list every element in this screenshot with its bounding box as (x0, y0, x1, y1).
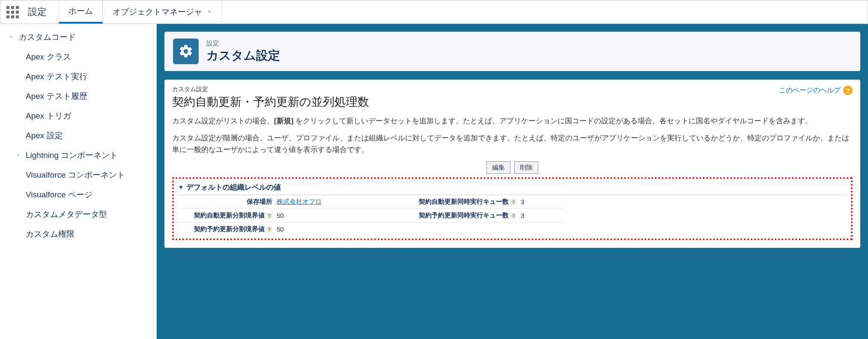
info-icon[interactable]: ? (510, 213, 516, 219)
sidebar-item[interactable]: Visualforce ページ (0, 185, 156, 205)
help-icon: ? (843, 86, 853, 95)
field-label-reserve-queue: 契約予約更新同時実行キュー数? (397, 211, 521, 220)
tab-home[interactable]: ホーム (59, 0, 103, 24)
page-header-card: 設定 カスタム設定 (164, 32, 860, 71)
default-org-level-section: ▼ デフォルトの組織レベルの値 保存場所 株式会社オプロ 契約自動更新同時実行キ… (172, 177, 853, 240)
gear-icon (173, 39, 199, 64)
header-eyebrow: 設定 (206, 39, 280, 48)
field-label-auto-split: 契約自動更新分割境界値? (178, 211, 277, 220)
tabs: ホーム オブジェクトマネージャ (59, 0, 222, 24)
field-value-auto-queue: 3 (521, 198, 564, 205)
tab-object-manager[interactable]: オブジェクトマネージャ (103, 0, 222, 24)
sidebar-item[interactable]: Visualforce コンポーネント (0, 165, 156, 185)
field-label-reserve-split: 契約予約更新分割境界値? (178, 225, 277, 233)
triangle-down-icon: ▼ (178, 184, 184, 190)
sidebar-item[interactable]: Apex トリガ (0, 106, 156, 126)
topbar-title: 設定 (24, 6, 59, 18)
sidebar-item[interactable]: Apex テスト実行 (0, 67, 156, 86)
location-link[interactable]: 株式会社オプロ (277, 198, 322, 205)
sidebar-parent-custom-code[interactable]: カスタムコード (0, 27, 156, 47)
sidebar-item[interactable]: カスタムメタデータ型 (0, 205, 156, 224)
info-icon[interactable]: ? (510, 199, 516, 205)
help-link[interactable]: このページのヘルプ ? (779, 86, 853, 95)
sidebar-item[interactable]: Apex テスト履歴 (0, 86, 156, 106)
info-icon[interactable]: ? (266, 226, 272, 232)
header-title: カスタム設定 (206, 48, 280, 64)
sidebar-item[interactable]: Lightning コンポーネント (0, 146, 156, 165)
edit-button[interactable]: 編集 (486, 161, 510, 174)
button-row: 編集 削除 (172, 161, 853, 174)
body-card: カスタム設定 契約自動更新・予約更新の並列処理数 このページのヘルプ ? カスタ… (164, 80, 860, 248)
field-value-auto-split: 50 (277, 212, 397, 219)
sidebar: カスタムコード Apex クラスApex テスト実行Apex テスト履歴Apex… (0, 24, 157, 339)
sidebar-item[interactable]: Apex 設定 (0, 126, 156, 146)
chevron-right-icon (15, 152, 26, 159)
topbar: 設定 ホーム オブジェクトマネージャ (0, 0, 868, 24)
field-label-location: 保存場所 (178, 198, 277, 206)
field-value-reserve-split: 50 (277, 226, 397, 233)
delete-button[interactable]: 削除 (514, 161, 538, 174)
app-launcher-icon[interactable] (0, 6, 24, 18)
field-value-reserve-queue: 3 (521, 212, 564, 219)
description-1: カスタム設定がリストの場合、[新規] をクリックして新しいデータセットを追加しま… (172, 116, 853, 127)
breadcrumb: カスタム設定 (172, 86, 369, 93)
description-2: カスタム設定が階層の場合、ユーザ、プロファイル、または組織レベルに対してデータを… (172, 133, 853, 155)
section-header[interactable]: ▼ デフォルトの組織レベルの値 (178, 182, 847, 195)
sidebar-item[interactable]: Apex クラス (0, 47, 156, 67)
info-icon[interactable]: ? (266, 213, 272, 219)
main-content: 設定 カスタム設定 カスタム設定 契約自動更新・予約更新の並列処理数 このページ… (157, 24, 868, 339)
sidebar-item[interactable]: カスタム権限 (0, 224, 156, 244)
field-label-auto-queue: 契約自動更新同時実行キュー数? (397, 198, 521, 206)
page-title: 契約自動更新・予約更新の並列処理数 (172, 94, 369, 110)
chevron-down-icon (9, 34, 19, 41)
chevron-down-icon (206, 7, 212, 17)
